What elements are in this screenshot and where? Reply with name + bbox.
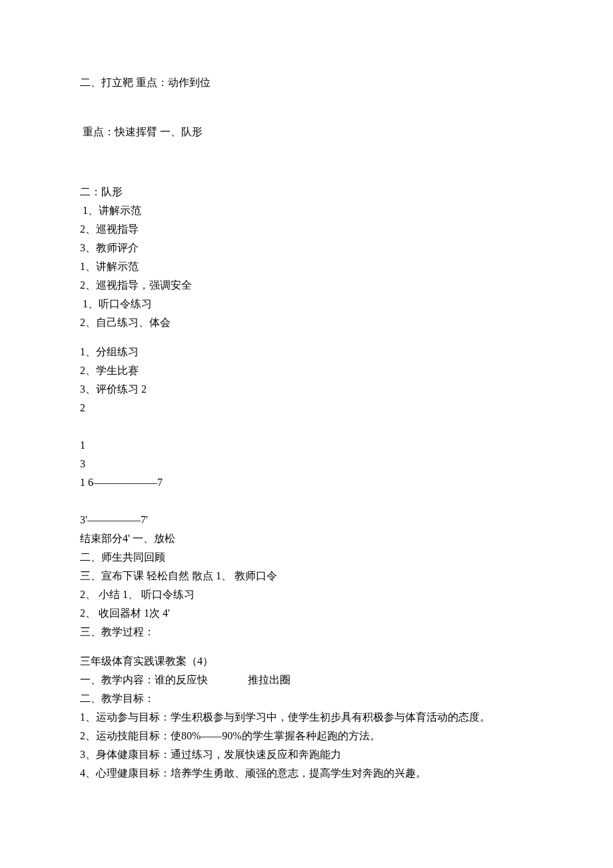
list-item: 二、师生共同回顾 — [80, 548, 533, 567]
list-item: 1 6——————7 — [80, 473, 533, 492]
list-item: 3'—————7' — [80, 511, 533, 529]
list-item: 2、巡视指导 — [80, 220, 533, 239]
paragraph-text: 重点：快速挥臂 一、队形 — [80, 123, 533, 141]
section-heading: 三年级体育实践课教案（4） — [80, 652, 533, 671]
list-item: 一、教学内容：谁的反应快 推拉出圈 — [80, 671, 533, 689]
list-item: 3、评价练习 2 — [80, 380, 533, 399]
section-heading: 二：队形 — [80, 183, 533, 201]
list-item: 2、自己练习、体会 — [80, 313, 533, 332]
list-item: 2、 小结 1、 听口令练习 — [80, 585, 533, 604]
list-item: 1、讲解示范 — [80, 201, 533, 220]
list-item: 3 — [80, 455, 533, 473]
list-item: 3、身体健康目标：通过练习，发展快速反应和奔跑能力 — [80, 745, 533, 764]
list-item: 2、学生比赛 — [80, 361, 533, 380]
list-item: 2 — [80, 399, 533, 417]
list-item: 三、教学过程： — [80, 623, 533, 641]
list-item: 3、教师评介 — [80, 239, 533, 257]
list-item: 1、分组练习 — [80, 343, 533, 361]
list-item: 1 — [80, 436, 533, 455]
paragraph-text: 二、打立靶 重点：动作到位 — [80, 73, 533, 92]
list-item: 三、宣布下课 轻松自然 散点 1、 教师口令 — [80, 567, 533, 585]
list-item: 2、巡视指导，强调安全 — [80, 276, 533, 295]
list-item: 4、心理健康目标：培养学生勇敢、顽强的意志，提高学生对奔跑的兴趣。 — [80, 764, 533, 783]
list-item: 2、 收回器材 1次 4' — [80, 604, 533, 623]
list-item: 结束部分4' 一、放松 — [80, 529, 533, 548]
list-item: 1、讲解示范 — [80, 257, 533, 276]
list-item: 二、教学目标： — [80, 689, 533, 708]
list-item: 2、运动技能目标：使80%——90%的学生掌握各种起跑的方法。 — [80, 727, 533, 745]
list-item: 1、运动参与目标：学生积极参与到学习中，使学生初步具有积极参与体育活动的态度。 — [80, 708, 533, 727]
list-item: 1、听口令练习 — [80, 295, 533, 313]
